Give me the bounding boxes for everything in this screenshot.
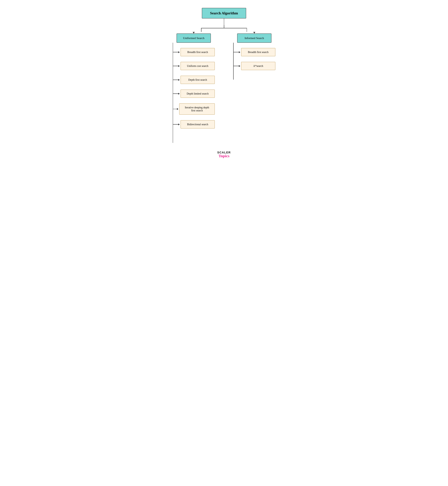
left-child-row-1: Uniform cost search <box>173 62 215 70</box>
left-children-rows: Breadth first search Uniform cost search <box>173 43 215 130</box>
left-child-box-3: Depth limited search <box>181 89 215 98</box>
right-child-box-0: Breadth first search <box>241 48 275 56</box>
footer: SCALER Topics <box>217 151 231 158</box>
root-label: Search Algorithm <box>210 11 238 15</box>
left-category-node: Uniformed Search <box>176 33 211 43</box>
root-node: Search Algorithm <box>202 8 246 18</box>
left-category-label: Uniformed Search <box>183 36 204 40</box>
left-children-section: Breadth first search Uniform cost search <box>173 43 215 143</box>
right-child-hline-0 <box>234 52 239 52</box>
left-child-row-4: Iterative deeping depth first search <box>173 103 215 115</box>
left-child-row-5: Bidirectional search <box>173 120 215 129</box>
right-arrow-down <box>253 32 255 33</box>
left-branch: Uniformed Search Breadth first search <box>173 32 215 143</box>
left-child-hline-0 <box>173 52 178 52</box>
left-child-hline-1 <box>173 66 178 66</box>
left-child-row-3: Depth limited search <box>173 89 215 98</box>
right-child-label-0: Breadth first search <box>248 51 269 54</box>
branches-row: Uniformed Search Breadth first search <box>178 32 270 143</box>
right-child-label-1: A*search <box>253 65 263 67</box>
right-child-arrow-0 <box>239 51 240 53</box>
right-category-node: Informed Search <box>237 33 272 43</box>
left-child-hline-4 <box>173 109 177 109</box>
left-child-arrow-1 <box>178 65 180 67</box>
right-child-row-1: A*search <box>234 62 275 70</box>
left-child-box-1: Uniform cost search <box>181 62 215 70</box>
left-child-hline-2 <box>173 80 178 80</box>
right-category-label: Informed Search <box>245 36 264 40</box>
right-branch: Informed Search Breadth first search <box>233 32 275 80</box>
right-child-hline-1 <box>234 66 239 66</box>
h-split <box>178 25 270 28</box>
root-line-down <box>224 18 224 25</box>
diagram: Search Algorithm Uniformed Search <box>158 8 290 143</box>
left-child-box-4: Iterative deeping depth first search <box>179 103 215 115</box>
right-children-section: Breadth first search A*search <box>233 43 275 80</box>
left-child-label-5: Bidirectional search <box>187 123 208 126</box>
left-child-box-2: Depth first search <box>181 76 215 84</box>
left-child-box-0: Breadth first search <box>181 48 215 56</box>
v-split-center <box>224 25 224 28</box>
left-child-arrow-5 <box>178 123 180 125</box>
h-bar <box>201 28 247 28</box>
left-child-hline-5 <box>173 124 178 125</box>
left-child-arrow-4 <box>177 108 178 110</box>
right-child-box-1: A*search <box>241 62 275 70</box>
left-child-label-3: Depth limited search <box>187 92 209 95</box>
left-child-box-5: Bidirectional search <box>181 120 215 129</box>
left-child-label-4: Iterative deeping depth first search <box>185 106 209 112</box>
right-child-row-0: Breadth first search <box>234 48 275 56</box>
right-child-arrow-1 <box>239 65 240 67</box>
right-children-rows: Breadth first search A*search <box>234 43 275 72</box>
left-drop <box>201 28 201 32</box>
left-child-arrow-3 <box>178 93 180 95</box>
left-child-hline-3 <box>173 93 178 94</box>
left-child-label-2: Depth first search <box>188 78 207 81</box>
left-child-row-2: Depth first search <box>173 76 215 84</box>
right-drop <box>247 28 247 32</box>
left-child-label-0: Breadth first search <box>187 51 208 54</box>
left-child-arrow-2 <box>178 79 180 81</box>
left-child-label-1: Uniform cost search <box>187 65 208 67</box>
left-arrow-down <box>193 32 195 33</box>
left-child-arrow-0 <box>178 51 180 53</box>
footer-topics: Topics <box>219 154 229 158</box>
left-child-row-0: Breadth first search <box>173 48 215 56</box>
